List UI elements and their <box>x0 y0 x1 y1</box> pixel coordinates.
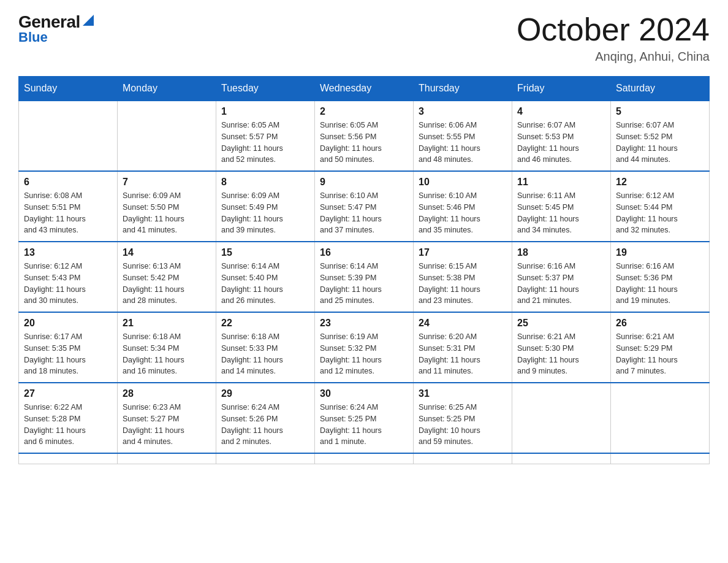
day-info: Sunrise: 6:15 AMSunset: 5:38 PMDaylight:… <box>419 261 507 307</box>
calendar-cell: 18Sunrise: 6:16 AMSunset: 5:37 PMDayligh… <box>512 242 611 312</box>
calendar-cell: 21Sunrise: 6:18 AMSunset: 5:34 PMDayligh… <box>118 312 216 383</box>
calendar-week-row: 27Sunrise: 6:22 AMSunset: 5:28 PMDayligh… <box>19 383 710 453</box>
day-info: Sunrise: 6:22 AMSunset: 5:28 PMDaylight:… <box>24 402 112 448</box>
day-info: Sunrise: 6:14 AMSunset: 5:39 PMDaylight:… <box>320 261 408 307</box>
calendar-cell: 6Sunrise: 6:08 AMSunset: 5:51 PMDaylight… <box>19 171 118 242</box>
calendar-cell <box>118 453 216 464</box>
weekday-header-wednesday: Wednesday <box>315 77 414 101</box>
day-number: 24 <box>419 318 507 329</box>
month-title: October 2024 <box>517 12 710 47</box>
day-number: 8 <box>221 177 309 188</box>
calendar-cell <box>19 453 118 464</box>
day-number: 25 <box>517 318 605 329</box>
calendar-cell <box>611 453 710 464</box>
calendar-cell: 13Sunrise: 6:12 AMSunset: 5:43 PMDayligh… <box>19 242 118 312</box>
day-info: Sunrise: 6:21 AMSunset: 5:30 PMDaylight:… <box>517 331 605 377</box>
weekday-header-tuesday: Tuesday <box>216 77 315 101</box>
day-info: Sunrise: 6:10 AMSunset: 5:46 PMDaylight:… <box>419 190 507 236</box>
calendar-cell: 11Sunrise: 6:11 AMSunset: 5:45 PMDayligh… <box>512 171 611 242</box>
day-number: 15 <box>221 247 309 258</box>
calendar-cell: 12Sunrise: 6:12 AMSunset: 5:44 PMDayligh… <box>611 171 710 242</box>
day-info: Sunrise: 6:07 AMSunset: 5:52 PMDaylight:… <box>616 120 704 166</box>
day-number: 28 <box>123 388 211 399</box>
logo: General Blue <box>18 12 94 45</box>
calendar-cell <box>414 453 512 464</box>
calendar-cell: 29Sunrise: 6:24 AMSunset: 5:26 PMDayligh… <box>216 383 315 453</box>
day-info: Sunrise: 6:19 AMSunset: 5:32 PMDaylight:… <box>320 331 408 377</box>
day-info: Sunrise: 6:16 AMSunset: 5:36 PMDaylight:… <box>616 261 704 307</box>
location-text: Anqing, Anhui, China <box>517 50 710 64</box>
calendar-cell <box>611 383 710 453</box>
calendar-cell: 2Sunrise: 6:05 AMSunset: 5:56 PMDaylight… <box>315 101 414 171</box>
calendar-cell: 22Sunrise: 6:18 AMSunset: 5:33 PMDayligh… <box>216 312 315 383</box>
calendar-cell <box>19 101 118 171</box>
day-number: 9 <box>320 177 408 188</box>
day-number: 20 <box>24 318 112 329</box>
calendar-week-row: 6Sunrise: 6:08 AMSunset: 5:51 PMDaylight… <box>19 171 710 242</box>
day-number: 17 <box>419 247 507 258</box>
calendar-cell <box>216 453 315 464</box>
calendar-cell: 7Sunrise: 6:09 AMSunset: 5:50 PMDaylight… <box>118 171 216 242</box>
weekday-header-row: SundayMondayTuesdayWednesdayThursdayFrid… <box>19 77 710 101</box>
weekday-header-sunday: Sunday <box>19 77 118 101</box>
calendar-cell: 27Sunrise: 6:22 AMSunset: 5:28 PMDayligh… <box>19 383 118 453</box>
day-info: Sunrise: 6:13 AMSunset: 5:42 PMDaylight:… <box>123 261 211 307</box>
weekday-header-friday: Friday <box>512 77 611 101</box>
day-number: 4 <box>517 106 605 117</box>
day-number: 21 <box>123 318 211 329</box>
logo-triangle-icon <box>83 15 94 26</box>
calendar-week-row: 20Sunrise: 6:17 AMSunset: 5:35 PMDayligh… <box>19 312 710 383</box>
page-header: General Blue October 2024 Anqing, Anhui,… <box>18 12 710 64</box>
calendar-cell <box>118 101 216 171</box>
calendar-cell: 19Sunrise: 6:16 AMSunset: 5:36 PMDayligh… <box>611 242 710 312</box>
day-info: Sunrise: 6:21 AMSunset: 5:29 PMDaylight:… <box>616 331 704 377</box>
day-info: Sunrise: 6:07 AMSunset: 5:53 PMDaylight:… <box>517 120 605 166</box>
calendar-cell: 5Sunrise: 6:07 AMSunset: 5:52 PMDaylight… <box>611 101 710 171</box>
calendar-cell: 26Sunrise: 6:21 AMSunset: 5:29 PMDayligh… <box>611 312 710 383</box>
weekday-header-monday: Monday <box>118 77 216 101</box>
calendar-cell: 20Sunrise: 6:17 AMSunset: 5:35 PMDayligh… <box>19 312 118 383</box>
calendar-cell: 8Sunrise: 6:09 AMSunset: 5:49 PMDaylight… <box>216 171 315 242</box>
weekday-header-saturday: Saturday <box>611 77 710 101</box>
day-info: Sunrise: 6:14 AMSunset: 5:40 PMDaylight:… <box>221 261 309 307</box>
calendar-cell: 17Sunrise: 6:15 AMSunset: 5:38 PMDayligh… <box>414 242 512 312</box>
day-info: Sunrise: 6:18 AMSunset: 5:34 PMDaylight:… <box>123 331 211 377</box>
day-number: 12 <box>616 177 704 188</box>
day-number: 5 <box>616 106 704 117</box>
day-info: Sunrise: 6:16 AMSunset: 5:37 PMDaylight:… <box>517 261 605 307</box>
day-number: 2 <box>320 106 408 117</box>
calendar-table: SundayMondayTuesdayWednesdayThursdayFrid… <box>18 76 710 464</box>
day-number: 16 <box>320 247 408 258</box>
day-number: 6 <box>24 177 112 188</box>
calendar-cell: 14Sunrise: 6:13 AMSunset: 5:42 PMDayligh… <box>118 242 216 312</box>
calendar-cell: 30Sunrise: 6:24 AMSunset: 5:25 PMDayligh… <box>315 383 414 453</box>
calendar-cell <box>512 453 611 464</box>
logo-blue-text: Blue <box>18 29 94 45</box>
day-number: 31 <box>419 388 507 399</box>
calendar-cell: 31Sunrise: 6:25 AMSunset: 5:25 PMDayligh… <box>414 383 512 453</box>
day-info: Sunrise: 6:25 AMSunset: 5:25 PMDaylight:… <box>419 402 507 448</box>
calendar-cell: 24Sunrise: 6:20 AMSunset: 5:31 PMDayligh… <box>414 312 512 383</box>
calendar-cell <box>512 383 611 453</box>
day-info: Sunrise: 6:06 AMSunset: 5:55 PMDaylight:… <box>419 120 507 166</box>
calendar-cell: 1Sunrise: 6:05 AMSunset: 5:57 PMDaylight… <box>216 101 315 171</box>
calendar-cell: 3Sunrise: 6:06 AMSunset: 5:55 PMDaylight… <box>414 101 512 171</box>
day-info: Sunrise: 6:17 AMSunset: 5:35 PMDaylight:… <box>24 331 112 377</box>
day-info: Sunrise: 6:24 AMSunset: 5:25 PMDaylight:… <box>320 402 408 448</box>
day-info: Sunrise: 6:10 AMSunset: 5:47 PMDaylight:… <box>320 190 408 236</box>
calendar-week-row <box>19 453 710 464</box>
day-number: 26 <box>616 318 704 329</box>
calendar-cell: 4Sunrise: 6:07 AMSunset: 5:53 PMDaylight… <box>512 101 611 171</box>
calendar-cell: 15Sunrise: 6:14 AMSunset: 5:40 PMDayligh… <box>216 242 315 312</box>
day-info: Sunrise: 6:11 AMSunset: 5:45 PMDaylight:… <box>517 190 605 236</box>
day-info: Sunrise: 6:08 AMSunset: 5:51 PMDaylight:… <box>24 190 112 236</box>
day-number: 30 <box>320 388 408 399</box>
calendar-cell: 10Sunrise: 6:10 AMSunset: 5:46 PMDayligh… <box>414 171 512 242</box>
day-info: Sunrise: 6:20 AMSunset: 5:31 PMDaylight:… <box>419 331 507 377</box>
day-number: 7 <box>123 177 211 188</box>
calendar-cell: 16Sunrise: 6:14 AMSunset: 5:39 PMDayligh… <box>315 242 414 312</box>
day-number: 3 <box>419 106 507 117</box>
calendar-week-row: 1Sunrise: 6:05 AMSunset: 5:57 PMDaylight… <box>19 101 710 171</box>
day-number: 14 <box>123 247 211 258</box>
day-number: 27 <box>24 388 112 399</box>
